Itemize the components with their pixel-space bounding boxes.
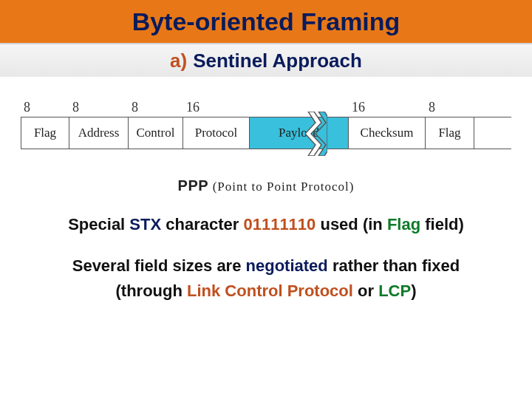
l2-post: ): [411, 282, 416, 300]
l1-stx: STX: [129, 215, 161, 233]
frame-caption: PPP (Point to Point Protocol): [0, 177, 532, 194]
subtitle-text: Sentinel Approach: [193, 50, 362, 72]
bits-checksum: 16: [349, 98, 426, 117]
field-flag2: Flag: [426, 117, 474, 149]
l2-lcpa: LCP: [378, 282, 411, 300]
l2-neg: negotiated: [246, 256, 328, 275]
bits-address: 8: [69, 98, 129, 117]
l1-pre: Special: [68, 215, 129, 233]
ppp-frame-diagram: 8 8 8 16 16 8 Flag Address Control Proto…: [21, 98, 511, 164]
field-flag1: Flag: [21, 117, 69, 149]
bits-protocol: 16: [183, 98, 250, 117]
field-payload: Payload: [250, 117, 349, 149]
fields-row: Flag Address Control Protocol Payload Ch…: [21, 117, 511, 149]
bits-flag2: 8: [426, 98, 474, 117]
caption-ppp: PPP: [178, 177, 209, 194]
bits-payload: [250, 98, 349, 117]
negotiate-line: Several field sizes are negotiated rathe…: [0, 253, 532, 304]
l2-mid: rather than fixed: [328, 256, 460, 275]
l1-mid2: used (in: [316, 215, 387, 233]
field-checksum: Checksum: [349, 117, 426, 149]
field-payload-label: Payload: [279, 126, 319, 140]
field-control: Control: [129, 117, 183, 149]
bits-control: 8: [129, 98, 183, 117]
subtitle-bar: a) Sentinel Approach: [0, 44, 532, 77]
l1-mid1: character: [161, 215, 243, 233]
field-protocol: Protocol: [183, 117, 250, 149]
bits-flag1: 8: [21, 98, 69, 117]
l1-bits: 01111110: [243, 215, 316, 233]
title-bar: Byte-oriented Framing: [0, 0, 532, 44]
caption-paren: (Point to Point Protocol): [213, 180, 355, 194]
field-address: Address: [69, 117, 129, 149]
l1-post: field): [420, 215, 464, 233]
body-text: Special STX character 01111110 used (in …: [0, 215, 532, 304]
l2-pre: Several field sizes are: [72, 256, 246, 275]
l2-or: or: [353, 282, 378, 300]
subtitle-marker: a): [170, 50, 187, 72]
l2-lcp: Link Control Protocol: [187, 282, 353, 300]
slide-title: Byte-oriented Framing: [132, 7, 400, 36]
l1-flag: Flag: [387, 215, 420, 233]
stx-line: Special STX character 01111110 used (in …: [0, 215, 532, 234]
bit-widths-row: 8 8 8 16 16 8: [21, 98, 511, 117]
l2-brpre: (through: [116, 282, 188, 300]
